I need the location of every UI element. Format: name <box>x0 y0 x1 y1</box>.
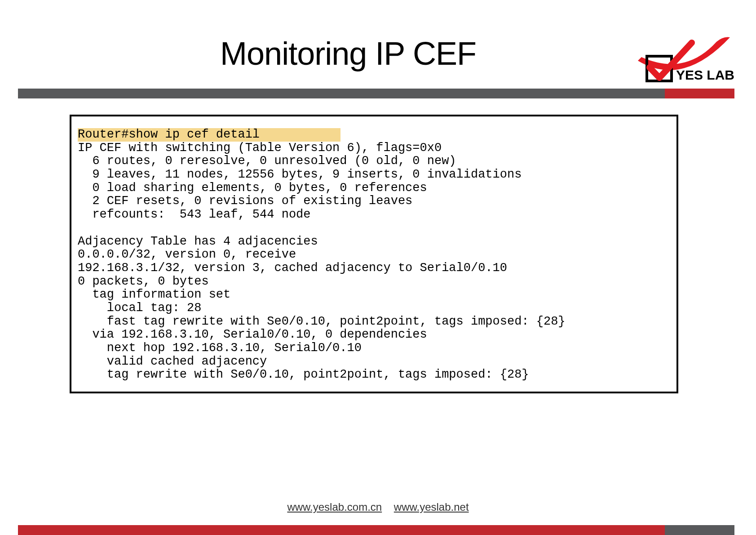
page-title: Monitoring IP CEF <box>0 35 476 72</box>
command-output: IP CEF with switching (Table Version 6),… <box>78 141 566 382</box>
logo: YES LAB <box>633 34 734 87</box>
footer-link-1[interactable]: www.yeslab.com.cn <box>287 501 382 513</box>
header-accent <box>665 89 734 98</box>
header-divider <box>18 89 734 98</box>
footer-accent <box>665 525 734 535</box>
terminal-output: Router#show ip cef detail IP CEF with sw… <box>70 115 678 393</box>
footer-link-2[interactable]: www.yeslab.net <box>394 501 469 513</box>
slide: Monitoring IP CEF YES LAB Router#show ip… <box>0 0 756 535</box>
logo-text: YES LAB <box>676 67 734 82</box>
footer-links: www.yeslab.com.cn www.yeslab.net <box>0 501 756 513</box>
command-line: Router#show ip cef detail <box>78 128 340 142</box>
footer-bar <box>18 525 734 535</box>
